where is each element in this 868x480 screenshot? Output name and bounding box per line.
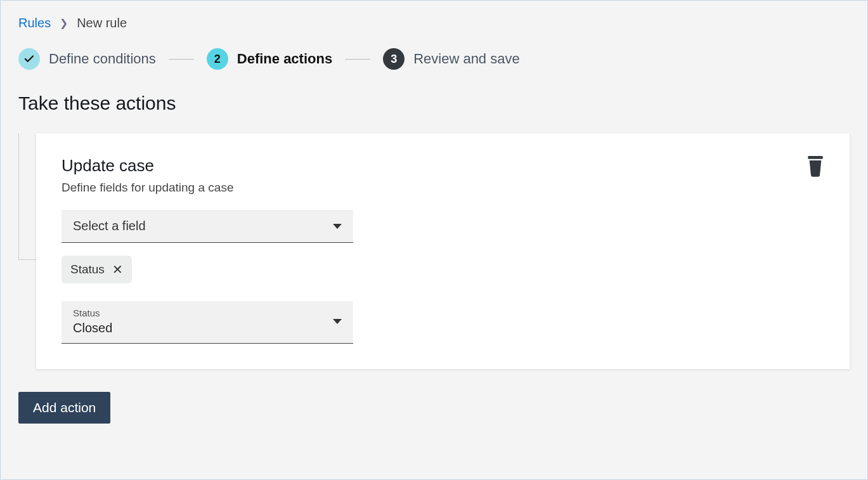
status-select-label: Status — [73, 308, 112, 318]
status-select-value: Closed — [73, 321, 112, 335]
check-icon — [18, 48, 40, 70]
caret-down-icon — [333, 224, 342, 229]
page-title: Take these actions — [18, 93, 850, 114]
field-select-placeholder: Select a field — [73, 219, 146, 233]
selected-field-chip: Status ✕ — [62, 256, 132, 283]
step-label: Review and save — [413, 51, 520, 67]
step-connector — [169, 59, 194, 60]
step-define-conditions[interactable]: Define conditions — [18, 48, 156, 70]
card-title: Update case — [62, 156, 824, 176]
chevron-right-icon: ❯ — [60, 17, 68, 29]
status-value-select[interactable]: Status Closed — [62, 301, 353, 344]
step-label: Define conditions — [49, 51, 156, 67]
svg-rect-0 — [808, 156, 822, 159]
card-subtitle: Define fields for updating a case — [62, 181, 824, 195]
step-define-actions[interactable]: 2 Define actions — [207, 48, 332, 70]
action-card-update-case: Update case Define fields for updating a… — [36, 133, 850, 369]
wizard-stepper: Define conditions 2 Define actions 3 Rev… — [18, 48, 850, 70]
caret-down-icon — [333, 319, 342, 324]
breadcrumb-root-link[interactable]: Rules — [18, 16, 51, 30]
breadcrumb-current: New rule — [77, 16, 127, 30]
tree-gutter — [18, 133, 36, 260]
add-action-button[interactable]: Add action — [18, 392, 110, 424]
chip-label: Status — [70, 263, 105, 276]
trash-icon[interactable] — [806, 156, 824, 176]
step-number-icon: 3 — [383, 48, 405, 70]
step-connector — [345, 59, 370, 60]
step-review-save[interactable]: 3 Review and save — [383, 48, 520, 70]
step-label: Define actions — [237, 51, 332, 67]
step-number-icon: 2 — [207, 48, 228, 70]
field-select[interactable]: Select a field — [62, 210, 353, 243]
close-icon[interactable]: ✕ — [112, 262, 123, 277]
breadcrumb: Rules ❯ New rule — [18, 16, 850, 30]
